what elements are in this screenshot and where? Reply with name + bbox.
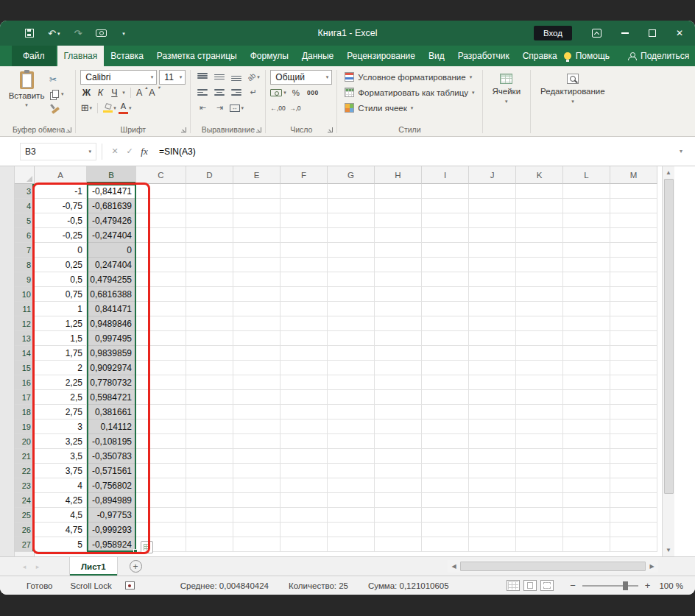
cell-M9[interactable]	[610, 272, 657, 287]
font-size-combo[interactable]: 11▾	[159, 70, 186, 85]
decrease-indent-button[interactable]: ⇤	[195, 101, 210, 116]
cell-F11[interactable]	[281, 302, 328, 316]
cell-I22[interactable]	[422, 464, 469, 478]
cell-L13[interactable]	[563, 331, 610, 346]
page-layout-view-button[interactable]	[523, 580, 537, 591]
row-header-22[interactable]: 22	[15, 464, 35, 478]
cell-D18[interactable]	[186, 405, 233, 419]
row-header-11[interactable]: 11	[15, 302, 35, 316]
cell-K10[interactable]	[516, 287, 563, 302]
cell-B3[interactable]: -0,841471	[87, 184, 136, 199]
row-header-4[interactable]: 4	[15, 199, 35, 213]
cell-L16[interactable]	[563, 375, 610, 390]
minimize-button[interactable]	[621, 32, 629, 34]
cell-L11[interactable]	[563, 302, 610, 316]
cell-D10[interactable]	[186, 287, 233, 302]
align-top-button[interactable]	[195, 70, 210, 85]
cell-H7[interactable]	[375, 243, 422, 258]
cell-H22[interactable]	[375, 464, 422, 478]
row-header-18[interactable]: 18	[15, 405, 35, 419]
cell-L9[interactable]	[563, 272, 610, 287]
formula-input[interactable]: =SIN(A3)	[152, 146, 674, 157]
cell-F22[interactable]	[281, 464, 328, 478]
ribbon-tab-Формулы[interactable]: Формулы	[244, 46, 295, 66]
zoom-slider-thumb[interactable]	[623, 581, 628, 590]
cell-G23[interactable]	[328, 478, 375, 493]
cell-C19[interactable]	[136, 419, 186, 434]
cell-E16[interactable]	[233, 375, 281, 390]
cell-D9[interactable]	[186, 272, 233, 287]
cell-D14[interactable]	[186, 346, 233, 361]
cell-E25[interactable]	[233, 508, 281, 523]
cell-K20[interactable]	[516, 434, 563, 449]
enter-button[interactable]: ✓	[122, 144, 137, 160]
cell-F24[interactable]	[281, 493, 328, 508]
cell-H11[interactable]	[375, 302, 422, 316]
cell-E24[interactable]	[233, 493, 281, 508]
cell-F18[interactable]	[281, 405, 328, 419]
cell-J7[interactable]	[469, 243, 516, 258]
cell-F27[interactable]	[281, 537, 328, 552]
zoom-out-button[interactable]: −	[570, 580, 576, 591]
cell-H26[interactable]	[375, 523, 422, 537]
cell-M12[interactable]	[610, 316, 657, 331]
help-button[interactable]: Помощь	[564, 51, 610, 61]
cell-L8[interactable]	[563, 258, 610, 272]
ribbon-tab-Вид[interactable]: Вид	[422, 46, 451, 66]
cell-K27[interactable]	[516, 537, 563, 552]
increase-indent-button[interactable]: ⇥	[212, 101, 227, 116]
cell-H24[interactable]	[375, 493, 422, 508]
cut-button[interactable]: ✂	[49, 73, 64, 85]
cell-F15[interactable]	[281, 361, 328, 375]
cell-M24[interactable]	[610, 493, 657, 508]
row-header-16[interactable]: 16	[15, 375, 35, 390]
cell-K16[interactable]	[516, 375, 563, 390]
horizontal-scrollbar-thumb[interactable]	[460, 562, 646, 571]
row-header-27[interactable]: 27	[15, 537, 35, 552]
cancel-button[interactable]: ✕	[107, 144, 122, 160]
cell-C22[interactable]	[136, 464, 186, 478]
cell-H20[interactable]	[375, 434, 422, 449]
cell-C23[interactable]	[136, 478, 186, 493]
cell-E15[interactable]	[233, 361, 281, 375]
cell-K14[interactable]	[516, 346, 563, 361]
cell-J27[interactable]	[469, 537, 516, 552]
align-bottom-button[interactable]	[229, 70, 244, 85]
cell-B25[interactable]: -0,97753	[87, 508, 136, 523]
column-header-L[interactable]: L	[563, 166, 610, 184]
cell-A19[interactable]: 3	[35, 419, 87, 434]
cell-K9[interactable]	[516, 272, 563, 287]
format-painter-button[interactable]	[49, 102, 64, 115]
cell-A10[interactable]: 0,75	[35, 287, 87, 302]
wrap-text-button[interactable]: ↵	[246, 85, 261, 100]
cell-G12[interactable]	[328, 316, 375, 331]
cell-I24[interactable]	[422, 493, 469, 508]
fill-color-button[interactable]: ▾	[103, 101, 116, 115]
orientation-button[interactable]: ab▾	[246, 70, 261, 85]
row-header-12[interactable]: 12	[15, 316, 35, 331]
cell-K26[interactable]	[516, 523, 563, 537]
cell-G14[interactable]	[328, 346, 375, 361]
cell-C10[interactable]	[136, 287, 186, 302]
cell-I5[interactable]	[422, 213, 469, 228]
font-color-button[interactable]: А▾	[119, 101, 132, 115]
cell-C12[interactable]	[136, 316, 186, 331]
cell-F16[interactable]	[281, 375, 328, 390]
cell-E12[interactable]	[233, 316, 281, 331]
cell-J9[interactable]	[469, 272, 516, 287]
cell-E3[interactable]	[233, 184, 281, 199]
cell-H12[interactable]	[375, 316, 422, 331]
cell-M6[interactable]	[610, 228, 657, 243]
sheet-nav-left-icon[interactable]: ◂	[18, 557, 31, 576]
format-as-table-button[interactable]: Форматировать как таблицу ▾	[342, 85, 477, 100]
cell-J22[interactable]	[469, 464, 516, 478]
column-header-M[interactable]: M	[610, 166, 657, 184]
cell-B14[interactable]: 0,9839859	[87, 346, 136, 361]
sign-in-button[interactable]: Вход	[534, 26, 572, 40]
cell-F7[interactable]	[281, 243, 328, 258]
cell-F21[interactable]	[281, 449, 328, 464]
cell-K21[interactable]	[516, 449, 563, 464]
cell-B19[interactable]: 0,14112	[87, 419, 136, 434]
cell-B15[interactable]: 0,9092974	[87, 361, 136, 375]
maximize-button[interactable]	[649, 29, 656, 37]
